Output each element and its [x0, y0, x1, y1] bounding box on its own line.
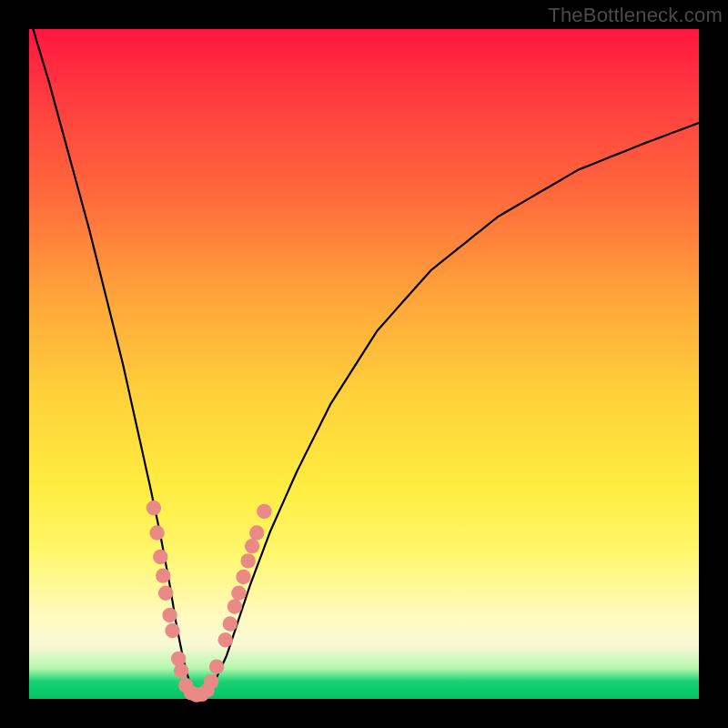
data-point: [156, 568, 170, 582]
data-point: [174, 663, 188, 678]
data-point: [228, 599, 242, 613]
watermark-text: TheBottleneck.com: [548, 4, 723, 27]
data-point: [162, 608, 177, 622]
data-point: [149, 525, 164, 540]
data-point: [153, 550, 167, 564]
data-point-group: [147, 500, 272, 703]
data-point: [147, 500, 161, 515]
data-point: [165, 623, 179, 638]
data-point: [204, 674, 218, 689]
data-point: [245, 539, 259, 553]
data-point: [236, 570, 250, 584]
data-point: [217, 632, 232, 647]
data-point: [209, 659, 224, 673]
data-point: [231, 586, 246, 601]
chart-frame: [29, 29, 699, 699]
data-point: [240, 553, 255, 568]
data-point: [158, 586, 173, 601]
bottleneck-curve: [29, 15, 699, 695]
data-point: [257, 504, 271, 519]
data-point: [223, 616, 238, 631]
data-point: [249, 525, 264, 540]
chart-svg: [29, 29, 699, 699]
